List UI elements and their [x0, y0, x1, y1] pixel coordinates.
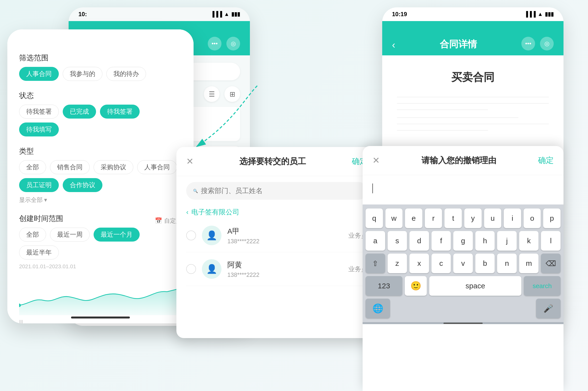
- employee-modal-header: ✕ 选择要转交的员工 确定: [176, 147, 377, 176]
- key-search[interactable]: search: [524, 276, 561, 296]
- todos-header-icons: ••• ◎: [208, 37, 240, 50]
- back-button[interactable]: ‹: [392, 39, 395, 50]
- home-indicator: [71, 316, 130, 318]
- key-x[interactable]: x: [409, 254, 429, 273]
- key-n[interactable]: n: [497, 254, 517, 273]
- tag-time-all[interactable]: 全部: [19, 228, 46, 242]
- employee-info-1: 阿黄 138****2222: [227, 260, 343, 278]
- kb-row-1: q w e r t y u i o p: [366, 208, 561, 228]
- more-icon[interactable]: •••: [208, 37, 221, 50]
- cancel-header: ✕ 请输入您的撤销理由 确定: [363, 146, 564, 175]
- key-h[interactable]: h: [475, 231, 495, 251]
- signal-icon: ▐▐▐: [210, 11, 222, 17]
- key-q[interactable]: q: [366, 208, 383, 228]
- company-name: 电子签有限公司: [191, 207, 239, 217]
- key-l[interactable]: l: [541, 231, 561, 251]
- employee-item-0[interactable]: 👤 A甲 138****2222 业务员: [186, 219, 368, 252]
- key-shift[interactable]: ⇧: [366, 254, 385, 273]
- key-s[interactable]: s: [388, 231, 407, 251]
- employee-item-1[interactable]: 👤 阿黄 138****2222 业务员: [186, 252, 368, 286]
- key-123[interactable]: 123: [366, 276, 402, 296]
- filter-phone: 筛选范围 人事合同 我参与的 我的待办 状态 待我签署 已完成 待我签署 待我填…: [7, 29, 194, 323]
- more-dots-icon[interactable]: •••: [521, 37, 535, 50]
- cancel-modal-confirm[interactable]: 确定: [538, 155, 554, 166]
- key-o[interactable]: o: [524, 208, 541, 228]
- kb-row-4: 123 🙂 space search: [366, 276, 561, 296]
- tag-time-month[interactable]: 最近一个月: [94, 228, 140, 242]
- key-b[interactable]: b: [475, 254, 495, 273]
- filter-range-title: 筛选范围: [19, 53, 182, 63]
- key-z[interactable]: z: [388, 254, 407, 273]
- time-range-title: 创建时间范围: [19, 214, 63, 224]
- tag-employee-cert[interactable]: 员工证明: [19, 178, 59, 192]
- key-j[interactable]: j: [497, 231, 517, 251]
- contract-header: ‹ 合同详情 ••• ◎: [382, 21, 564, 55]
- tag-my-todos[interactable]: 我的待办: [106, 67, 146, 81]
- tag-completed[interactable]: 已完成: [63, 105, 96, 119]
- show-all-btn[interactable]: 显示全部 ▾: [19, 196, 47, 204]
- battery-icon: ▮▮▮: [545, 11, 554, 17]
- key-globe[interactable]: 🌐: [366, 299, 390, 318]
- tag-purchase[interactable]: 采购协议: [94, 160, 133, 174]
- key-d[interactable]: d: [409, 231, 429, 251]
- list-filter-icon[interactable]: ☰: [204, 86, 219, 102]
- radio-1[interactable]: [186, 264, 196, 274]
- filter-type-tags: 全部 销售合同 采购协议 人事合同 员工证明 合作协议: [19, 160, 182, 192]
- tag-sales[interactable]: 销售合同: [50, 160, 90, 174]
- cancel-modal-close[interactable]: ✕: [372, 155, 380, 166]
- axis-left: |||: [19, 319, 23, 323]
- company-nav[interactable]: ‹ 电子签有限公司: [176, 205, 377, 219]
- key-m[interactable]: m: [519, 254, 539, 273]
- key-t[interactable]: t: [444, 208, 462, 228]
- contract-header-title: 合同详情: [400, 38, 516, 50]
- employee-modal-close[interactable]: ✕: [186, 156, 194, 167]
- key-a[interactable]: a: [366, 231, 385, 251]
- key-w[interactable]: w: [385, 208, 403, 228]
- key-y[interactable]: y: [464, 208, 482, 228]
- tag-time-week[interactable]: 最近一周: [50, 228, 90, 242]
- tag-hr[interactable]: 人事合同: [137, 160, 177, 174]
- tag-wait-fill[interactable]: 待我填写: [19, 122, 59, 136]
- tag-cooperation[interactable]: 合作协议: [63, 178, 102, 192]
- contract-line-4: [397, 117, 518, 118]
- key-i[interactable]: i: [504, 208, 521, 228]
- tag-wait-sign[interactable]: 待我签署: [100, 105, 140, 119]
- contract-line-2: [397, 103, 549, 104]
- key-e[interactable]: e: [405, 208, 422, 228]
- signal-icon: ▐▐▐: [524, 11, 536, 17]
- key-k[interactable]: k: [519, 231, 539, 251]
- employee-search-input[interactable]: [201, 187, 361, 195]
- key-p[interactable]: p: [543, 208, 561, 228]
- key-g[interactable]: g: [453, 231, 473, 251]
- filter-type-section: 类型 全部 销售合同 采购协议 人事合同 员工证明 合作协议 显示全部 ▾: [19, 146, 182, 204]
- key-c[interactable]: c: [431, 254, 451, 273]
- employee-name-1: 阿黄: [227, 260, 343, 270]
- kb-bottom-row: 🌐 🎤: [366, 299, 561, 318]
- contract-main-title: 买卖合同: [397, 70, 549, 85]
- cancel-modal: ✕ 请输入您的撤销理由 确定 q w e r t y u i o p a s d…: [363, 146, 564, 391]
- key-f[interactable]: f: [431, 231, 451, 251]
- tag-pending-sign[interactable]: 待我签署: [19, 105, 59, 119]
- tag-time-half-year[interactable]: 最近半年: [19, 245, 59, 259]
- key-emoji[interactable]: 🙂: [405, 276, 427, 296]
- tag-personnel-contract[interactable]: 人事合同: [19, 67, 59, 81]
- scan-circle-icon[interactable]: ◎: [540, 37, 554, 50]
- radio-0[interactable]: [186, 230, 196, 240]
- todos-time: 10:: [78, 11, 87, 18]
- sort-icon[interactable]: ⊞: [224, 86, 240, 102]
- key-mic[interactable]: 🎤: [536, 299, 561, 318]
- show-all-row: 显示全部 ▾: [19, 196, 182, 204]
- key-space[interactable]: space: [429, 276, 521, 296]
- tag-all[interactable]: 全部: [19, 160, 46, 174]
- employee-search-bar[interactable]: 🔍: [186, 182, 368, 200]
- key-v[interactable]: v: [453, 254, 473, 273]
- key-u[interactable]: u: [484, 208, 501, 228]
- time-range-header: 创建时间范围 📅 自定义: [19, 214, 182, 228]
- key-backspace[interactable]: ⌫: [541, 254, 561, 273]
- todos-status-bar: 10: ▐▐▐ ▲ ▮▮▮: [69, 7, 250, 21]
- key-r[interactable]: r: [425, 208, 442, 228]
- cancel-input-area[interactable]: [363, 175, 564, 204]
- text-cursor: [372, 184, 373, 193]
- tag-participated[interactable]: 我参与的: [63, 67, 102, 81]
- scan-icon[interactable]: ◎: [226, 37, 240, 50]
